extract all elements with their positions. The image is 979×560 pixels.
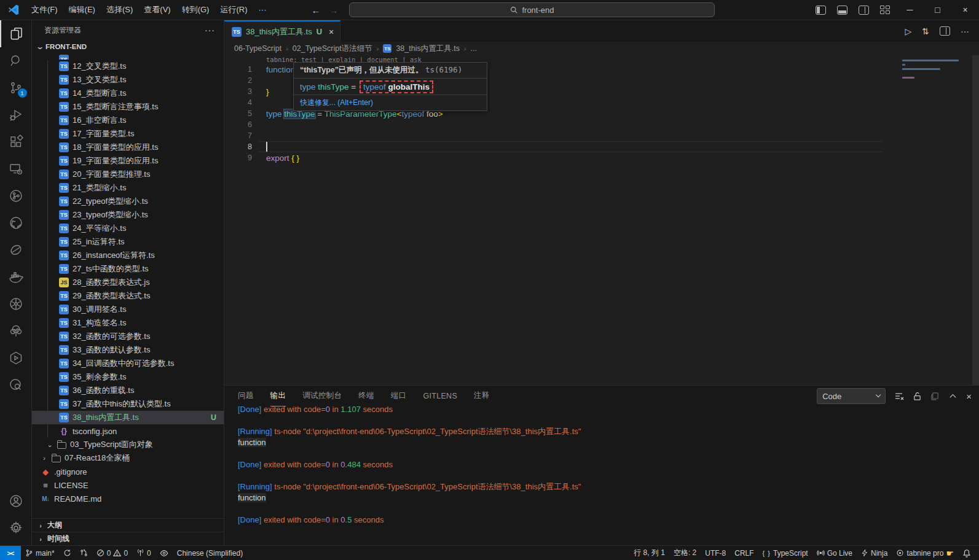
code-editor[interactable]: tabnine: test | explain | document | ask…	[224, 55, 979, 385]
tree-item-.gitignore[interactable]: ◆.gitignore	[32, 465, 224, 478]
tree-item-27_ts中函数的类型.ts[interactable]: TS27_ts中函数的类型.ts	[32, 262, 224, 276]
tree-item-38_this内置工具.ts[interactable]: TS38_this内置工具.tsU	[32, 411, 224, 424]
panel-tab-调试控制台[interactable]: 调试控制台	[302, 386, 342, 406]
command-center-search[interactable]: front-end	[349, 2, 715, 17]
panel-tab-注释[interactable]: 注释	[474, 386, 490, 406]
breadcrumb-item[interactable]: ...	[471, 44, 477, 53]
activity-item-kubernetes[interactable]	[0, 290, 32, 317]
toggle-secondary-sidebar-icon[interactable]	[859, 6, 869, 15]
activity-item-settings-gear[interactable]	[0, 515, 32, 542]
more-actions-icon[interactable]: ···	[961, 26, 969, 36]
tree-item-25_in运算符.ts[interactable]: TS25_in运算符.ts	[32, 235, 224, 249]
activity-item-todo-tree[interactable]	[0, 317, 32, 344]
tree-item[interactable]: TS	[32, 53, 224, 60]
menu-1[interactable]: 编辑(E)	[63, 3, 101, 17]
status-remote-indicator[interactable]: ><	[0, 546, 21, 560]
tab-38-this[interactable]: TS 38_this内置工具.ts U ×	[224, 20, 340, 42]
menu-0[interactable]: 文件(F)	[26, 3, 63, 17]
panel-tab-问题[interactable]: 问题	[238, 386, 254, 406]
clear-output-icon[interactable]	[894, 391, 904, 401]
section-timeline[interactable]: ›时间线	[32, 532, 224, 545]
tree-item-31_构造签名.ts[interactable]: TS31_构造签名.ts	[32, 316, 224, 330]
output-channel-select[interactable]: Code	[817, 388, 886, 404]
tree-item-21_类型缩小.ts[interactable]: TS21_类型缩小.ts	[32, 181, 224, 195]
status-eol-sequence[interactable]: CRLF	[730, 546, 758, 560]
run-file-icon[interactable]: ▷	[905, 26, 911, 36]
breadcrumb-item[interactable]: 02_TypeScript语法细节	[293, 44, 372, 54]
status-ninja[interactable]: Ninja	[857, 546, 892, 560]
tree-item-22_typeof类型缩小.ts[interactable]: TS22_typeof类型缩小.ts	[32, 195, 224, 208]
status-git-branch[interactable]: main*	[21, 546, 59, 560]
close-button[interactable]: ×	[951, 0, 979, 20]
tree-item-37_函数中this的默认类型.ts[interactable]: TS37_函数中this的默认类型.ts	[32, 397, 224, 411]
status-indentation[interactable]: 空格: 2	[669, 546, 701, 560]
sidebar-more-actions[interactable]: ···	[205, 25, 215, 35]
tree-item-32_函数的可选参数.ts[interactable]: TS32_函数的可选参数.ts	[32, 330, 224, 343]
tree-item-15_类型断言注意事项.ts[interactable]: TS15_类型断言注意事项.ts	[32, 100, 224, 114]
tree-item-07-React18全家桶[interactable]: ›07-React18全家桶	[32, 451, 224, 465]
activity-item-git-graph[interactable]	[0, 182, 32, 209]
split-editor-icon[interactable]	[940, 26, 950, 36]
activity-item-code-lens[interactable]	[0, 371, 32, 399]
menu-2[interactable]: 选择(S)	[101, 3, 138, 17]
menu-5[interactable]: 运行(R)	[214, 3, 253, 17]
nav-back-icon[interactable]: ←	[311, 5, 320, 15]
tree-item-20_字面量类型推理.ts[interactable]: TS20_字面量类型推理.ts	[32, 168, 224, 181]
tab-close-icon[interactable]: ×	[329, 27, 334, 37]
status-problems[interactable]: 00	[92, 546, 132, 560]
menu-4[interactable]: 转到(G)	[176, 3, 215, 17]
tree-item-26_instanceof运算符.ts[interactable]: TS26_instanceof运算符.ts	[32, 249, 224, 262]
minimize-button[interactable]: ─	[896, 0, 924, 20]
status-screencast-eye[interactable]	[155, 546, 173, 560]
tree-item-03_TypeScript面向对象[interactable]: ⌄03_TypeScript面向对象	[32, 438, 224, 451]
panel-tab-GITLENS[interactable]: GITLENS	[423, 386, 457, 406]
open-in-editor-icon[interactable]	[930, 392, 940, 401]
breadcrumb-item[interactable]: 06-TypeScript	[234, 44, 281, 53]
activity-item-source-control[interactable]: 1	[0, 74, 32, 101]
tree-item-17_字面量类型.ts[interactable]: TS17_字面量类型.ts	[32, 127, 224, 141]
tree-item-13_交叉类型.ts[interactable]: TS13_交叉类型.ts	[32, 73, 224, 87]
tree-item-30_调用签名.ts[interactable]: TS30_调用签名.ts	[32, 303, 224, 316]
tree-item-12_交叉类型.ts[interactable]: TS12_交叉类型.ts	[32, 60, 224, 73]
activity-item-extensions[interactable]	[0, 128, 32, 155]
close-panel-icon[interactable]: ×	[966, 391, 972, 402]
minimap[interactable]	[902, 55, 971, 129]
tree-item-24_平等缩小.ts[interactable]: TS24_平等缩小.ts	[32, 222, 224, 235]
activity-item-run-debug[interactable]	[0, 101, 32, 128]
status-tabnine[interactable]: tabnine pro☛	[892, 546, 958, 560]
maximize-panel-icon[interactable]	[948, 392, 957, 401]
panel-tab-端口[interactable]: 端口	[391, 386, 407, 406]
tree-item-19_字面量类型的应用.ts[interactable]: TS19_字面量类型的应用.ts	[32, 154, 224, 168]
output-console[interactable]: [Done] exited with code=0 in 1.107 secon…	[224, 406, 979, 545]
section-outline[interactable]: ›大纲	[32, 518, 224, 532]
status-git-sync[interactable]	[59, 546, 76, 560]
unlock-scroll-icon[interactable]	[913, 392, 922, 401]
editor-scrollbar[interactable]	[972, 55, 979, 385]
activity-item-dependency-box[interactable]	[0, 344, 32, 371]
customize-layout-icon[interactable]	[880, 6, 891, 15]
status-language-pack[interactable]: Chinese (Simplified)	[173, 546, 247, 560]
tree-item-33_函数的默认参数.ts[interactable]: TS33_函数的默认参数.ts	[32, 343, 224, 357]
breadcrumb-item[interactable]: 38_this内置工具.ts	[396, 44, 460, 54]
tree-item-tsconfig.json[interactable]: {}tsconfig.json	[32, 424, 224, 438]
tree-item-28_函数类型表达式.js[interactable]: JS28_函数类型表达式.js	[32, 276, 224, 289]
activity-item-account[interactable]	[0, 488, 32, 515]
workspace-section-header[interactable]: ⌄ FRONT-END	[32, 40, 224, 53]
menu-3[interactable]: 查看(V)	[138, 3, 176, 17]
toggle-panel-icon[interactable]	[837, 6, 847, 15]
tree-item-16_非空断言.ts[interactable]: TS16_非空断言.ts	[32, 114, 224, 127]
tree-item-LICENSE[interactable]: ≡LICENSE	[32, 478, 224, 492]
tree-item-35_剩余参数.ts[interactable]: TS35_剩余参数.ts	[32, 370, 224, 384]
status-encoding[interactable]: UTF-8	[701, 546, 730, 560]
status-gitlens-compare[interactable]	[76, 546, 92, 560]
toggle-sidebar-icon[interactable]	[816, 6, 826, 15]
tree-item-14_类型断言.ts[interactable]: TS14_类型断言.ts	[32, 87, 224, 100]
tree-item-18_字面量类型的应用.ts[interactable]: TS18_字面量类型的应用.ts	[32, 141, 224, 154]
tree-item-36_函数的重载.ts[interactable]: TS36_函数的重载.ts	[32, 384, 224, 397]
activity-item-thunder-client[interactable]	[0, 236, 32, 263]
activity-item-remote-explorer[interactable]	[0, 155, 32, 182]
panel-tab-终端[interactable]: 终端	[358, 386, 374, 406]
activity-item-github[interactable]	[0, 209, 32, 236]
tree-item-34_回调函数中的可选参数.ts[interactable]: TS34_回调函数中的可选参数.ts	[32, 357, 224, 370]
sync-changes-icon[interactable]: ⇅	[922, 26, 929, 36]
